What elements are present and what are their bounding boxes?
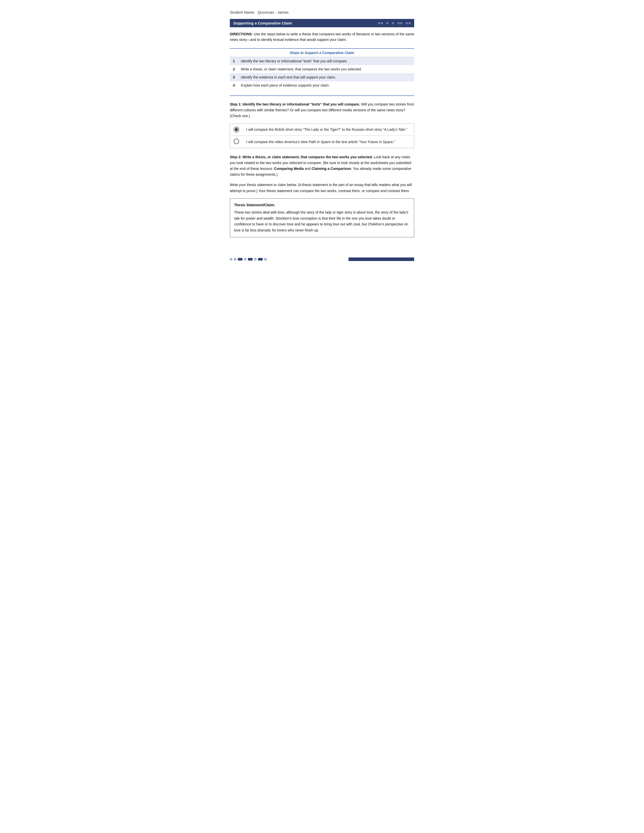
bottom-dot-2 xyxy=(234,258,237,261)
steps-table-header: Steps to Support a Comparative Claim xyxy=(230,49,414,57)
step-text-1: Identify the two literary or information… xyxy=(238,57,414,65)
radio-label-2-italic: America’s New Path in Space xyxy=(284,140,331,144)
student-name-value: Quoctuan - James xyxy=(258,10,289,14)
step-num-3: 3 xyxy=(230,73,238,81)
directions-text: Use the steps below to write a thesis th… xyxy=(230,32,414,42)
directions-block: DIRECTIONS: Use the steps below to write… xyxy=(230,31,414,43)
steps-table: Steps to Support a Comparative Claim 1 I… xyxy=(230,49,414,89)
bottom-dot-6 xyxy=(254,258,257,261)
radio-label-1: I will compare the British short story “… xyxy=(243,124,414,135)
step2-para2-end: contrast them. xyxy=(386,189,410,193)
bottom-bar-area xyxy=(230,257,414,261)
dot-12 xyxy=(409,22,411,24)
step1-heading: Step 1: Identify the two literary or inf… xyxy=(230,102,360,106)
radio-cell-2[interactable] xyxy=(230,135,243,148)
student-name-label: Student Name: xyxy=(230,10,255,14)
dot-6 xyxy=(392,22,394,24)
dot-10 xyxy=(403,22,405,24)
step-text-3: Identify the evidence in each text that … xyxy=(238,73,414,81)
step1-paragraph: Step 1: Identify the two literary or inf… xyxy=(230,101,414,119)
radio-label-2-after: to the text article “Your Future in Spac… xyxy=(331,140,395,144)
radio-option-1[interactable]: I will compare the British short story “… xyxy=(230,124,414,135)
header-bar-title: Supporting a Comparative Claim xyxy=(233,21,292,25)
directions-prefix: DIRECTIONS: xyxy=(230,32,253,36)
step-num-2: 2 xyxy=(230,65,238,73)
steps-table-container: Steps to Support a Comparative Claim 1 I… xyxy=(230,48,414,89)
bottom-dot-3 xyxy=(238,258,242,261)
header-bar-dots xyxy=(378,22,411,24)
dot-8 xyxy=(398,22,399,24)
bottom-dot-7 xyxy=(258,258,262,261)
radio-label-2: I will compare the video America’s New P… xyxy=(243,135,414,148)
step2-bold1: Comparing Media xyxy=(274,167,304,170)
radio-inner-1 xyxy=(235,128,238,131)
dot-4 xyxy=(386,22,388,24)
step2-heading: Step 2: Write a thesis, or claim stateme… xyxy=(230,155,373,159)
radio-options-table: I will compare the British short story “… xyxy=(230,124,414,148)
table-row: 2 Write a thesis, or claim statement, th… xyxy=(230,65,414,73)
step-text-2: Write a thesis, or claim statement, that… xyxy=(238,65,414,73)
dot-1 xyxy=(378,22,380,24)
radio-label-2-before: I will compare the video xyxy=(246,140,284,144)
steps-table-bottom-border xyxy=(230,95,414,96)
thesis-box-label: Thesis Statement/Claim: xyxy=(234,202,410,208)
dot-7 xyxy=(395,22,397,24)
table-row: 3 Identify the evidence in each text tha… xyxy=(230,73,414,81)
bottom-dot-1 xyxy=(230,258,232,261)
header-bar: Supporting a Comparative Claim xyxy=(230,19,414,27)
step2-bold2: Claiming a Comparison xyxy=(312,167,351,170)
dot-11 xyxy=(406,22,408,24)
table-row: 1 Identify the two literary or informati… xyxy=(230,57,414,65)
thesis-box: Thesis Statement/Claim: These two storie… xyxy=(230,198,414,237)
radio-option-2[interactable]: I will compare the video America’s New P… xyxy=(230,135,414,148)
radio-button-1-selected[interactable] xyxy=(233,127,239,132)
student-name-row: Student Name: Quoctuan - James xyxy=(230,10,414,14)
bottom-dot-8 xyxy=(264,258,267,261)
dot-2 xyxy=(381,22,383,24)
step2-paragraph1: Step 2: Write a thesis, or claim stateme… xyxy=(230,154,414,177)
dot-9 xyxy=(400,22,402,24)
thesis-box-content: These two stories deal with love, althou… xyxy=(234,209,410,233)
step-text-4: Explain how each piece of evidence suppo… xyxy=(238,81,414,89)
step-num-4: 4 xyxy=(230,81,238,89)
step2-body2: and xyxy=(304,167,312,170)
table-row: 4 Explain how each piece of evidence sup… xyxy=(230,81,414,89)
radio-cell-1[interactable] xyxy=(230,124,243,135)
bottom-bar-right xyxy=(349,257,414,261)
bottom-dot-4 xyxy=(244,258,246,261)
step2-paragraph2: Write your thesis statement or claim bel… xyxy=(230,182,414,194)
step-num-1: 1 xyxy=(230,57,238,65)
dot-5 xyxy=(389,22,391,24)
bottom-dot-5 xyxy=(248,258,253,261)
step2-italic-word: and xyxy=(381,189,386,193)
radio-button-2[interactable] xyxy=(233,138,239,144)
dot-3 xyxy=(384,22,386,24)
